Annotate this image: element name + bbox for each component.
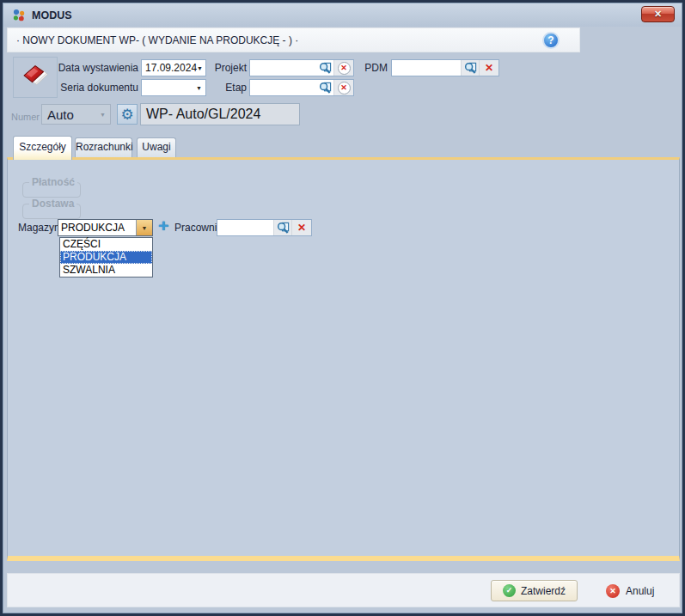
document-header-title: · NOWY DOKUMENT WP- ( WYDANIE NA PRODUKC… (16, 34, 298, 46)
employee-input[interactable] (217, 220, 273, 235)
number-label: Numer (11, 107, 40, 127)
search-icon[interactable] (316, 80, 333, 95)
document-type-icon-box (13, 57, 58, 98)
clear-icon[interactable]: ✕ (291, 220, 311, 235)
stage-input[interactable] (250, 80, 316, 95)
payment-group-label: Płatność (29, 176, 77, 188)
stage-label: Etap (207, 79, 247, 96)
warehouse-option-szwalnia[interactable]: SZWALNIA (60, 264, 152, 277)
number-mode-value: Auto (47, 107, 74, 122)
search-icon[interactable] (316, 60, 333, 76)
stage-search-field: ✕ (249, 79, 354, 96)
chevron-down-icon[interactable]: ▼ (196, 85, 205, 91)
confirm-button-label: Zatwierdź (521, 585, 566, 597)
modus-dialog-window: MODUS ✕ · NOWY DOKUMENT WP- ( WYDANIE NA… (0, 0, 685, 616)
delivery-group: Dostawa (22, 204, 81, 219)
cancel-button[interactable]: ✕ Anuluj (606, 582, 654, 601)
project-search-field: ✕ (249, 59, 354, 76)
number-settings-button[interactable]: ⚙ (117, 104, 138, 125)
title-bar: MODUS ✕ (3, 3, 682, 27)
search-icon[interactable] (273, 220, 291, 235)
pdm-input[interactable] (392, 60, 461, 76)
issue-date-label: Data wystawienia (54, 59, 138, 76)
delivery-group-label: Dostawa (29, 198, 76, 210)
clear-icon[interactable]: ✕ (479, 60, 498, 76)
gear-icon: ⚙ (120, 107, 133, 122)
warehouse-label: Magazyn (18, 219, 60, 236)
tab-uwagi[interactable]: Uwagi (137, 137, 176, 157)
chevron-down-icon: ▼ (100, 112, 110, 118)
pdm-search-field: ✕ (391, 59, 499, 76)
warehouse-combobox[interactable]: PRODUKCJA ▼ (58, 219, 153, 236)
red-book-icon (19, 62, 52, 93)
tab-rozrachunki[interactable]: Rozrachunki (75, 137, 132, 157)
footer-bar: ✓ Zatwierdź ✕ Anuluj (7, 573, 680, 607)
document-series-combobox[interactable]: ▼ (141, 79, 206, 96)
document-header-bar: · NOWY DOKUMENT WP- ( WYDANIE NA PRODUKC… (7, 27, 580, 52)
clear-icon[interactable]: ✕ (333, 60, 353, 76)
project-input[interactable] (250, 60, 316, 76)
chevron-down-icon[interactable]: ▼ (197, 65, 206, 71)
clear-icon[interactable]: ✕ (333, 80, 353, 95)
employee-label: Pracownik (174, 219, 222, 236)
add-employee-plus-icon[interactable]: + (157, 220, 170, 233)
cancel-x-icon: ✕ (606, 584, 620, 598)
warehouse-value: PRODUKCJA (58, 220, 136, 235)
confirm-button[interactable]: ✓ Zatwierdź (491, 580, 578, 601)
project-label: Projekt (207, 59, 247, 76)
issue-date-combobox[interactable]: 17.09.2024 ▼ (141, 59, 206, 76)
check-icon: ✓ (503, 584, 516, 597)
document-series-label: Seria dokumentu (54, 79, 138, 96)
search-icon[interactable] (461, 60, 479, 76)
warehouse-option-produkcja[interactable]: PRODUKCJA (60, 251, 152, 264)
employee-search-field: ✕ (217, 219, 312, 236)
tab-szczegoly[interactable]: Szczegóły (13, 136, 72, 160)
window-title: MODUS (32, 9, 72, 21)
close-button[interactable]: ✕ (641, 6, 675, 22)
issue-date-value: 17.09.2024 (145, 62, 197, 74)
modus-logo-icon (11, 8, 27, 23)
warehouse-dropdown-list: CZĘŚCI PRODUKCJA SZWALNIA (59, 237, 153, 278)
document-number-field[interactable]: WP- Auto/GL/2024 (140, 103, 300, 125)
pdm-label: PDM (362, 59, 388, 76)
number-mode-combobox[interactable]: Auto ▼ (41, 104, 111, 125)
help-icon[interactable]: ? (542, 32, 560, 49)
cancel-button-label: Anuluj (626, 585, 654, 597)
chevron-down-icon[interactable]: ▼ (136, 220, 152, 235)
payment-group: Płatność (22, 182, 81, 198)
warehouse-option-czesci[interactable]: CZĘŚCI (60, 238, 152, 251)
details-tab-panel: Płatność Dostawa Magazyn PRODUKCJA ▼ CZĘ… (7, 157, 680, 561)
